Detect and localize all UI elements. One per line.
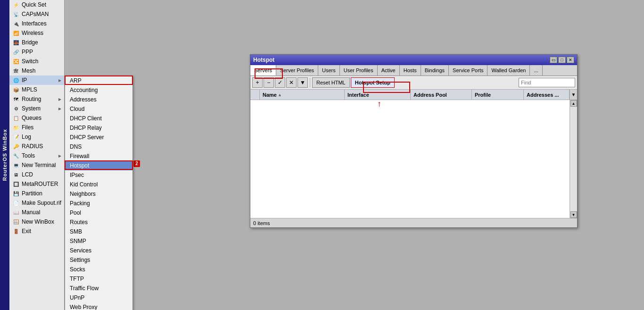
tab-servers[interactable]: Servers xyxy=(250,65,276,75)
ip-submenu-item-upnp[interactable]: UPnP xyxy=(65,293,132,302)
sidebar-item-mesh[interactable]: 🕸Mesh xyxy=(9,66,64,75)
sidebar-item-partition[interactable]: 💾Partition xyxy=(9,189,64,198)
table-col-address-pool[interactable]: Address Pool xyxy=(411,90,472,100)
sidebar-item-log[interactable]: 📝Log xyxy=(9,132,64,142)
table-col-addresses[interactable]: Addresses ... xyxy=(524,90,570,100)
badge-2: 2 xyxy=(133,160,140,167)
scroll-down-btn[interactable]: ▼ xyxy=(570,211,577,218)
sidebar-item-capsman[interactable]: 📡CAPsMAN xyxy=(9,9,64,19)
window-minimize-btn[interactable]: ▭ xyxy=(550,57,557,63)
ip-submenu-item-kid-control[interactable]: Kid Control xyxy=(65,180,132,189)
window-maximize-btn[interactable]: □ xyxy=(558,57,566,63)
ip-submenu-item-tftp[interactable]: TFTP xyxy=(65,274,132,284)
search-box xyxy=(519,78,575,87)
sidebar-label-new-winbox: New WinBox xyxy=(22,218,54,225)
tab-...[interactable]: ... xyxy=(530,65,542,75)
tab-walled-garden[interactable]: Walled Garden xyxy=(487,65,530,75)
sidebar-item-queues[interactable]: 📋Queues xyxy=(9,113,64,123)
ip-submenu-item-dns[interactable]: DNS xyxy=(65,142,132,151)
sidebar-icon-make-supout.rif: 📄 xyxy=(12,199,20,207)
ip-submenu-item-dhcp-client[interactable]: DHCP Client xyxy=(65,114,132,123)
sidebar-icon-metarouter: 🔲 xyxy=(12,180,20,188)
sidebar-icon-capsman: 📡 xyxy=(12,10,20,18)
ip-submenu-item-services[interactable]: Services xyxy=(65,246,132,255)
ip-submenu-item-addresses[interactable]: Addresses xyxy=(65,95,132,104)
ip-submenu-item-hotspot[interactable]: Hotspot xyxy=(65,161,132,170)
sidebar-label-metarouter: MetaROUTER xyxy=(22,181,58,187)
sidebar-label-partition: Partition xyxy=(22,190,42,197)
tab-users[interactable]: Users xyxy=(318,65,340,75)
ip-submenu-item-snmp[interactable]: SNMP xyxy=(65,236,132,246)
ip-submenu-item-firewall[interactable]: Firewall xyxy=(65,151,132,161)
tab-hosts[interactable]: Hosts xyxy=(400,65,421,75)
ip-submenu-item-neighbors[interactable]: Neighbors xyxy=(65,189,132,199)
sidebar-item-new-terminal[interactable]: 💻New Terminal xyxy=(9,160,64,170)
table-col-interface[interactable]: Interface xyxy=(345,90,411,100)
app-brand-text: RouterOS WinBox xyxy=(2,129,8,181)
ip-submenu-item-packing[interactable]: Packing xyxy=(65,199,132,208)
tab-active[interactable]: Active xyxy=(378,65,400,75)
sidebar-label-switch: Switch xyxy=(22,58,38,65)
sidebar-item-mpls[interactable]: 📦MPLS xyxy=(9,85,64,94)
sidebar-item-bridge[interactable]: 🌉Bridge xyxy=(9,38,64,47)
reset-html-btn[interactable]: Reset HTML xyxy=(312,77,350,88)
sidebar-item-tools[interactable]: 🔧Tools▶ xyxy=(9,151,64,160)
ip-submenu-item-dhcp-relay[interactable]: DHCP Relay xyxy=(65,123,132,133)
sidebar-item-ppp[interactable]: 🔗PPP xyxy=(9,47,64,57)
sidebar-item-interfaces[interactable]: 🔌Interfaces xyxy=(9,19,64,28)
tab-server-profiles[interactable]: Server Profiles xyxy=(276,65,318,75)
add-btn[interactable]: + xyxy=(252,77,263,88)
ip-submenu-item-smb[interactable]: SMB xyxy=(65,227,132,236)
sidebar-item-metarouter[interactable]: 🔲MetaROUTER xyxy=(9,179,64,189)
table-scroll: ▲ ▼ xyxy=(570,100,577,218)
tab-service-ports[interactable]: Service Ports xyxy=(449,65,487,75)
ip-submenu-item-settings[interactable]: Settings xyxy=(65,255,132,265)
ip-submenu-item-socks[interactable]: Socks xyxy=(65,265,132,274)
check-btn[interactable]: ✓ xyxy=(275,77,285,88)
ip-submenu-item-pool[interactable]: Pool xyxy=(65,208,132,218)
ip-submenu-item-cloud[interactable]: Cloud xyxy=(65,104,132,114)
remove-btn[interactable]: − xyxy=(264,77,274,88)
sidebar-icon-tools: 🔧 xyxy=(12,152,20,159)
ip-submenu-item-arp[interactable]: ARP xyxy=(65,76,132,85)
sidebar-item-files[interactable]: 📁Files xyxy=(9,123,64,132)
tab-bindings[interactable]: Bindings xyxy=(421,65,449,75)
filter-btn[interactable]: ▼ xyxy=(297,77,308,88)
sidebar-item-new-winbox[interactable]: 🪟New WinBox xyxy=(9,217,64,226)
sidebar-item-routing[interactable]: 🗺Routing▶ xyxy=(9,94,64,104)
sidebar-item-system[interactable]: ⚙System▶ xyxy=(9,104,64,113)
hotspot-setup-btn[interactable]: Hotspot Setup xyxy=(351,77,395,88)
table-col-profile[interactable]: Profile xyxy=(472,90,524,100)
sidebar-item-switch[interactable]: 🔀Switch xyxy=(9,57,64,66)
sidebar-item-lcd[interactable]: 🖥LCD xyxy=(9,170,64,179)
tab-user-profiles[interactable]: User Profiles xyxy=(340,65,378,75)
sidebar-item-radius[interactable]: 🔑RADIUS xyxy=(9,142,64,151)
sidebar-item-ip[interactable]: 🌐IP▶ xyxy=(9,75,64,85)
sidebar-item-manual[interactable]: 📖Manual xyxy=(9,208,64,217)
ip-submenu-item-dhcp-server[interactable]: DHCP Server xyxy=(65,133,132,142)
sidebar-label-lcd: LCD xyxy=(22,171,33,178)
ip-submenu-item-routes[interactable]: Routes xyxy=(65,218,132,227)
window-close-btn[interactable]: ✕ xyxy=(567,57,574,63)
ip-submenu-item-ipsec[interactable]: IPsec xyxy=(65,170,132,180)
table-col-name[interactable]: Name ▲ xyxy=(260,90,345,100)
sidebar-label-queues: Queues xyxy=(22,115,41,121)
sidebar-item-wireless[interactable]: 📶Wireless xyxy=(9,28,64,38)
sidebar-label-ip: IP xyxy=(22,77,27,84)
ip-submenu-item-traffic-flow[interactable]: Traffic Flow xyxy=(65,284,132,293)
sidebar-item-quick-set[interactable]: ⚡Quick Set xyxy=(9,0,64,9)
scroll-up-btn[interactable]: ▲ xyxy=(570,100,577,107)
window-title: Hotspot xyxy=(253,57,274,63)
sidebar-label-files: Files xyxy=(22,124,33,131)
sidebar-item-make-supout.rif[interactable]: 📄Make Supout.rif xyxy=(9,198,64,208)
sidebar-label-wireless: Wireless xyxy=(22,30,43,36)
ip-submenu-item-web-proxy[interactable]: Web Proxy xyxy=(65,302,132,310)
sidebar-item-exit[interactable]: 🚪Exit xyxy=(9,226,64,236)
hotspot-window: Hotspot ▭ □ ✕ ServersServer ProfilesUser… xyxy=(250,54,578,228)
search-input[interactable] xyxy=(519,78,575,87)
dropdown-arrow[interactable]: ▼ xyxy=(570,90,577,100)
cross-btn[interactable]: ✕ xyxy=(286,77,297,88)
ip-submenu-item-accounting[interactable]: Accounting xyxy=(65,85,132,95)
sidebar-label-capsman: CAPsMAN xyxy=(22,11,49,17)
sidebar-label-new-terminal: New Terminal xyxy=(22,162,56,168)
